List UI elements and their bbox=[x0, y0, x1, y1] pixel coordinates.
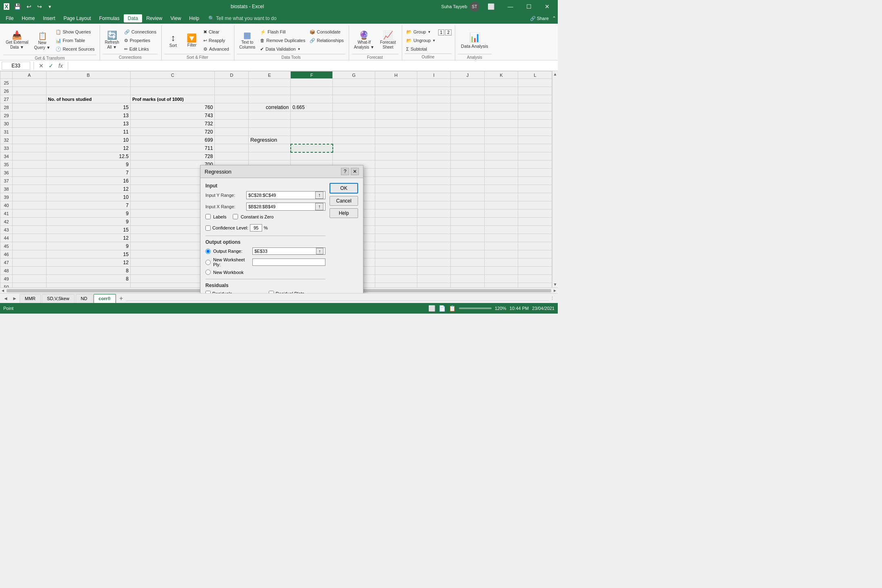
menu-page-layout[interactable]: Page Layout bbox=[59, 14, 95, 22]
cell-E30[interactable] bbox=[248, 120, 290, 128]
cell-J35[interactable] bbox=[451, 160, 485, 169]
cell-C25[interactable] bbox=[130, 79, 214, 87]
cell-J47[interactable] bbox=[451, 258, 485, 267]
cell-F33[interactable] bbox=[291, 144, 333, 152]
cell-H31[interactable] bbox=[375, 128, 417, 136]
dialog-output-range-radio[interactable] bbox=[205, 249, 211, 254]
dialog-output-collapse-btn[interactable]: ↑ bbox=[316, 248, 323, 254]
cell-A33[interactable] bbox=[13, 144, 47, 152]
cell-J28[interactable] bbox=[451, 103, 485, 111]
cell-H32[interactable] bbox=[375, 136, 417, 144]
cell-A35[interactable] bbox=[13, 160, 47, 169]
cell-H36[interactable] bbox=[375, 169, 417, 177]
cell-I44[interactable] bbox=[417, 234, 451, 242]
dialog-confidence-value-input[interactable] bbox=[250, 224, 262, 232]
row-header-39[interactable]: 39 bbox=[0, 193, 13, 201]
cell-B26[interactable] bbox=[46, 87, 130, 95]
cell-K35[interactable] bbox=[484, 160, 518, 169]
zoom-slider[interactable] bbox=[459, 307, 492, 309]
tell-me-input[interactable]: 🔍 Tell me what you want to do bbox=[208, 16, 276, 21]
formula-insert-fn-btn[interactable]: fx bbox=[57, 62, 65, 69]
cell-E33[interactable] bbox=[248, 144, 290, 152]
cell-D29[interactable] bbox=[215, 111, 249, 120]
cell-B50[interactable] bbox=[46, 283, 130, 288]
cell-H43[interactable] bbox=[375, 226, 417, 234]
ungroup-btn[interactable]: 📂 Ungroup ▼ bbox=[405, 36, 437, 45]
cell-K43[interactable] bbox=[484, 226, 518, 234]
cell-C31[interactable]: 720 bbox=[130, 128, 214, 136]
dialog-new-worksheet-input[interactable] bbox=[252, 258, 325, 266]
row-header-47[interactable]: 47 bbox=[0, 258, 13, 267]
cell-K28[interactable] bbox=[484, 103, 518, 111]
dialog-labels-checkbox[interactable] bbox=[205, 214, 211, 219]
cell-I48[interactable] bbox=[417, 267, 451, 275]
cell-A50[interactable] bbox=[13, 283, 47, 288]
cell-F32[interactable] bbox=[291, 136, 333, 144]
sheet-add-btn[interactable]: + bbox=[117, 295, 125, 302]
cell-H42[interactable] bbox=[375, 218, 417, 226]
cell-I36[interactable] bbox=[417, 169, 451, 177]
edit-links-btn[interactable]: ✏ Edit Links bbox=[122, 45, 158, 53]
cell-J29[interactable] bbox=[451, 111, 485, 120]
cell-B27[interactable]: No. of hours studied bbox=[46, 95, 130, 103]
row-header-30[interactable]: 30 bbox=[0, 120, 13, 128]
cell-L25[interactable] bbox=[518, 79, 552, 87]
cell-L43[interactable] bbox=[518, 226, 552, 234]
cell-H29[interactable] bbox=[375, 111, 417, 120]
menu-review[interactable]: Review bbox=[142, 14, 166, 22]
cell-L27[interactable] bbox=[518, 95, 552, 103]
cell-D33[interactable] bbox=[215, 144, 249, 152]
cell-I30[interactable] bbox=[417, 120, 451, 128]
cell-C30[interactable]: 732 bbox=[130, 120, 214, 128]
cell-C32[interactable]: 699 bbox=[130, 136, 214, 144]
row-header-44[interactable]: 44 bbox=[0, 234, 13, 242]
row-header-31[interactable]: 31 bbox=[0, 128, 13, 136]
cell-B34[interactable]: 12.5 bbox=[46, 152, 130, 160]
what-if-analysis-btn[interactable]: 🔮 What-IfAnalysis ▼ bbox=[352, 27, 377, 54]
cell-H26[interactable] bbox=[375, 87, 417, 95]
text-to-columns-btn[interactable]: ▦ Text toColumns bbox=[237, 27, 258, 54]
cell-I34[interactable] bbox=[417, 152, 451, 160]
row-header-33[interactable]: 33 bbox=[0, 144, 13, 152]
cell-J30[interactable] bbox=[451, 120, 485, 128]
cell-F28[interactable]: 0.665 bbox=[291, 103, 333, 111]
cell-J33[interactable] bbox=[451, 144, 485, 152]
row-header-42[interactable]: 42 bbox=[0, 218, 13, 226]
row-header-28[interactable]: 28 bbox=[0, 103, 13, 111]
cell-J44[interactable] bbox=[451, 234, 485, 242]
cell-G30[interactable] bbox=[333, 120, 375, 128]
close-btn[interactable]: ✕ bbox=[540, 2, 555, 11]
cell-A47[interactable] bbox=[13, 258, 47, 267]
menu-data[interactable]: Data bbox=[124, 14, 142, 22]
cell-K31[interactable] bbox=[484, 128, 518, 136]
sheet-tab-corr-reg[interactable]: corr® bbox=[94, 294, 116, 303]
cell-I33[interactable] bbox=[417, 144, 451, 152]
row-header-26[interactable]: 26 bbox=[0, 87, 13, 95]
cell-E26[interactable] bbox=[248, 87, 290, 95]
cell-C33[interactable]: 711 bbox=[130, 144, 214, 152]
cell-A46[interactable] bbox=[13, 250, 47, 258]
cell-E27[interactable] bbox=[248, 95, 290, 103]
col-header-f[interactable]: F bbox=[291, 71, 333, 79]
row-header-45[interactable]: 45 bbox=[0, 242, 13, 250]
col-header-a[interactable]: A bbox=[13, 71, 47, 79]
cell-A40[interactable] bbox=[13, 201, 47, 209]
zoom-level[interactable]: 120% bbox=[495, 306, 506, 311]
cell-L28[interactable] bbox=[518, 103, 552, 111]
cell-K45[interactable] bbox=[484, 242, 518, 250]
row-header-25[interactable]: 25 bbox=[0, 79, 13, 87]
cell-F30[interactable] bbox=[291, 120, 333, 128]
cell-H40[interactable] bbox=[375, 201, 417, 209]
cell-B38[interactable]: 12 bbox=[46, 185, 130, 193]
cell-B40[interactable]: 7 bbox=[46, 201, 130, 209]
cell-K32[interactable] bbox=[484, 136, 518, 144]
cell-L49[interactable] bbox=[518, 275, 552, 283]
cell-H44[interactable] bbox=[375, 234, 417, 242]
cell-L47[interactable] bbox=[518, 258, 552, 267]
cell-A32[interactable] bbox=[13, 136, 47, 144]
cell-J42[interactable] bbox=[451, 218, 485, 226]
cell-B43[interactable]: 15 bbox=[46, 226, 130, 234]
row-header-46[interactable]: 46 bbox=[0, 250, 13, 258]
cell-A28[interactable] bbox=[13, 103, 47, 111]
sheet-nav-prev-btn[interactable]: ◄ bbox=[2, 296, 10, 301]
